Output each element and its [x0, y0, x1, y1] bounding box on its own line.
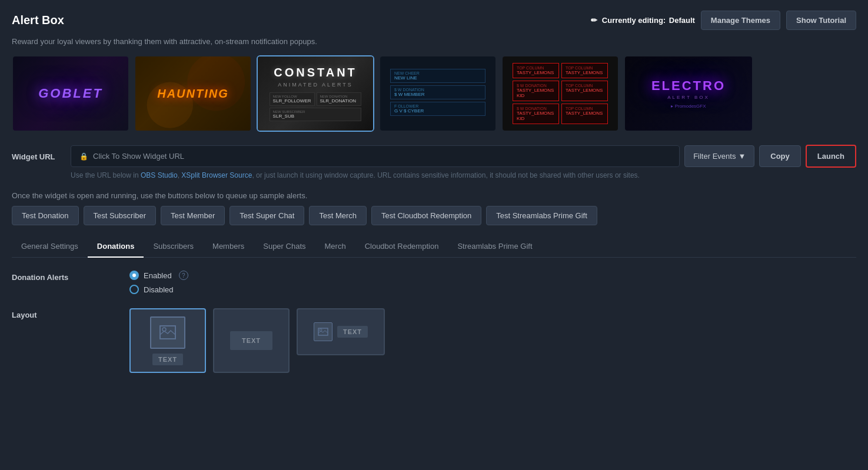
currently-editing-label: ✏ Currently editing: Default [591, 16, 695, 25]
manage-themes-button[interactable]: Manage Themes [701, 11, 780, 30]
lock-icon: 🔒 [79, 152, 88, 161]
layout-image-top-icon [150, 316, 185, 349]
donation-alerts-label: Donation Alerts [12, 271, 129, 282]
theme-goblet-title: GOBLET [38, 86, 103, 101]
xsplit-link[interactable]: XSplit Browser Source [181, 171, 252, 179]
disabled-radio-option[interactable]: Disabled [129, 285, 856, 294]
click-to-show-label: Click To Show Widget URL [93, 152, 184, 161]
widget-url-section: Widget URL 🔒 Click To Show Widget URL Fi… [12, 145, 856, 179]
page-subtitle: Reward your loyal viewers by thanking th… [12, 37, 856, 46]
layout-control: TEXT TEXT [129, 308, 856, 373]
chevron-down-icon: ▼ [738, 152, 746, 161]
theme-haunting-title: HAUNTING [157, 87, 229, 101]
tab-general-settings[interactable]: General Settings [12, 236, 88, 258]
layout-card-text-only[interactable]: TEXT [213, 308, 290, 373]
theme-card-constant[interactable]: CONSTANT ANIMATED ALERTS NEW FOLLOW SLR_… [257, 55, 374, 132]
page-title: Alert Box [12, 14, 64, 27]
widget-url-label: Widget URL [12, 152, 55, 161]
layout-text-only-label: TEXT [230, 331, 272, 350]
donation-alerts-row: Donation Alerts Enabled ? Disabled [12, 271, 856, 294]
layout-card-image-left[interactable]: TEXT [297, 308, 385, 355]
widget-url-input[interactable]: 🔒 Click To Show Widget URL [71, 145, 680, 167]
tab-streamlabs-prime-gift[interactable]: Streamlabs Prime Gift [448, 236, 541, 258]
page-header: Alert Box ✏ Currently editing: Default M… [12, 11, 856, 30]
tab-cloudbot-redemption[interactable]: Cloudbot Redemption [355, 236, 448, 258]
red-grid-visual: TOP COLUMN TASTY_LEMONS TOP COLUMN TASTY… [513, 63, 608, 124]
layout-card-image-top[interactable]: TEXT [129, 308, 206, 373]
filter-events-label: Filter Events [693, 152, 736, 161]
test-super-chat-button[interactable]: Test Super Chat [230, 206, 304, 225]
widget-url-row: 🔒 Click To Show Widget URL Filter Events… [71, 145, 856, 168]
theme-constant-subtitle: ANIMATED ALERTS [278, 82, 353, 88]
layout-row: Layout TEXT [12, 308, 856, 373]
layout-text-bottom-label: TEXT [152, 354, 183, 365]
layout-image-left-icon [314, 322, 332, 341]
tabs-section: General Settings Donations Subscribers M… [12, 236, 856, 258]
tabs-container: General Settings Donations Subscribers M… [12, 236, 856, 257]
theme-card-stats[interactable]: NEW CHEER NEW LINE $ W DONATION $ W MEMB… [379, 55, 497, 132]
enabled-radio-option[interactable]: Enabled ? [129, 271, 856, 280]
tab-donations[interactable]: Donations [88, 236, 144, 258]
tab-merch[interactable]: Merch [315, 236, 355, 258]
test-merch-button[interactable]: Test Merch [309, 206, 367, 225]
donation-alerts-radio-group: Enabled ? Disabled [129, 271, 856, 294]
pencil-icon: ✏ [591, 16, 597, 25]
donation-alerts-control: Enabled ? Disabled [129, 271, 856, 294]
test-cloudbot-redemption-button[interactable]: Test Cloudbot Redemption [371, 206, 481, 225]
settings-section: Donation Alerts Enabled ? Disabled Layou [12, 271, 856, 399]
layout-options: TEXT TEXT [129, 308, 856, 373]
enabled-radio-circle[interactable] [129, 271, 139, 280]
layout-text-right-label: TEXT [337, 326, 368, 338]
url-note: Use the URL below in OBS Studio, XSplit … [71, 171, 856, 179]
disabled-radio-circle[interactable] [129, 285, 139, 294]
test-donation-button[interactable]: Test Donation [12, 206, 79, 225]
theme-carousel: GOBLET HAUNTING CONSTANT ANIMATED ALERTS… [12, 55, 856, 132]
theme-electro-title: ELECTRO [651, 78, 726, 94]
theme-card-haunting[interactable]: HAUNTING [134, 55, 252, 132]
test-buttons-container: Test Donation Test Subscriber Test Membe… [12, 206, 856, 225]
header-left: Alert Box [12, 14, 64, 27]
copy-button[interactable]: Copy [759, 145, 801, 167]
disabled-radio-label: Disabled [144, 285, 174, 294]
help-icon[interactable]: ? [179, 271, 188, 280]
enabled-radio-label: Enabled [144, 271, 172, 280]
tab-super-chats[interactable]: Super Chats [254, 236, 315, 258]
theme-constant-title: CONSTANT [274, 66, 357, 79]
svg-point-3 [320, 329, 322, 331]
test-streamlabs-prime-gift-button[interactable]: Test Streamlabs Prime Gift [486, 206, 597, 225]
header-right: ✏ Currently editing: Default Manage Them… [591, 11, 856, 30]
theme-card-electro[interactable]: ELECTRO ALERT BOX ▸ PromodesGFX [624, 55, 753, 132]
theme-card-red[interactable]: TOP COLUMN TASTY_LEMONS TOP COLUMN TASTY… [501, 55, 619, 132]
tab-subscribers[interactable]: Subscribers [144, 236, 203, 258]
theme-electro-subtitle: ALERT BOX [667, 95, 710, 100]
tab-members[interactable]: Members [203, 236, 254, 258]
test-subscriber-button[interactable]: Test Subscriber [84, 206, 157, 225]
launch-button[interactable]: Launch [806, 145, 856, 168]
layout-label: Layout [12, 308, 129, 319]
theme-card-goblet[interactable]: GOBLET [12, 55, 129, 132]
filter-events-button[interactable]: Filter Events ▼ [684, 145, 754, 167]
test-section: Once the widget is open and running, use… [12, 191, 856, 225]
test-note: Once the widget is open and running, use… [12, 191, 856, 200]
obs-studio-link[interactable]: OBS Studio [141, 171, 178, 179]
test-member-button[interactable]: Test Member [161, 206, 225, 225]
show-tutorial-button[interactable]: Show Tutorial [786, 11, 856, 30]
stats-grid-visual: NEW CHEER NEW LINE $ W DONATION $ W MEMB… [390, 69, 485, 118]
